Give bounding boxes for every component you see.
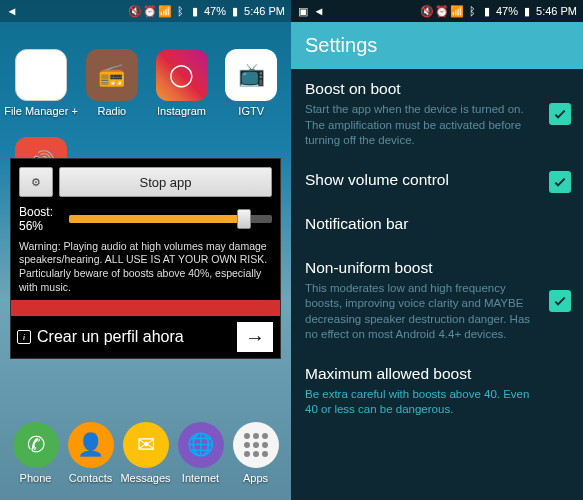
igtv-icon: 📺 [225, 49, 277, 101]
dock-label: Contacts [69, 472, 112, 484]
mute-icon: 🔇 [129, 5, 141, 17]
setting-subtitle: This moderates low and high frequency bo… [305, 281, 539, 343]
dock-label: Apps [243, 472, 268, 484]
messages-icon: ✉ [123, 422, 169, 468]
battery-icon: ▮ [521, 5, 533, 17]
setting-non-uniform-boost[interactable]: Non-uniform boost This moderates low and… [291, 248, 583, 354]
wifi-icon: 📶 [451, 5, 463, 17]
status-bar-left: ◄ 🔇 ⏰ 📶 ᛒ ▮ 47% ▮ 5:46 PM [0, 0, 291, 22]
dock-contacts[interactable]: 👤 Contacts [63, 414, 118, 492]
folder-icon: F [15, 49, 67, 101]
app-igtv[interactable]: 📺 IGTV [219, 40, 283, 125]
battery-text: 47% [204, 5, 226, 17]
ad-arrow-button[interactable]: → [236, 321, 274, 353]
mute-icon: 🔇 [421, 5, 433, 17]
apps-grid-icon [233, 422, 279, 468]
boost-label: Boost: 56% [19, 205, 63, 234]
battery-text: 47% [496, 5, 518, 17]
boost-slider[interactable] [69, 208, 272, 230]
status-time: 5:46 PM [244, 5, 285, 17]
app-file-manager[interactable]: F File Manager + [8, 40, 74, 125]
dock-apps[interactable]: Apps [228, 414, 283, 492]
setting-subtitle: Start the app when the device is turned … [305, 102, 539, 149]
gear-icon: ⚙ [31, 176, 41, 189]
setting-max-boost[interactable]: Maximum allowed boost Be extra careful w… [291, 354, 583, 429]
boost-dialog: ⚙ Stop app Boost: 56% Warning: Playing a… [10, 158, 281, 359]
home-screen: ◄ 🔇 ⏰ 📶 ᛒ ▮ 47% ▮ 5:46 PM F File Manager… [0, 0, 291, 500]
stop-app-button[interactable]: Stop app [59, 167, 272, 197]
app-label: File Manager + [4, 105, 78, 117]
check-icon [552, 293, 568, 309]
setting-title: Show volume control [305, 171, 539, 189]
dock-label: Internet [182, 472, 219, 484]
dock: ✆ Phone 👤 Contacts ✉ Messages 🌐 Internet… [0, 414, 291, 492]
dock-internet[interactable]: 🌐 Internet [173, 414, 228, 492]
dock-phone[interactable]: ✆ Phone [8, 414, 63, 492]
settings-button[interactable]: ⚙ [19, 167, 53, 197]
ad-info-icon[interactable]: i [17, 330, 31, 344]
checkbox-non-uniform[interactable] [549, 290, 571, 312]
arrow-right-icon: → [245, 326, 265, 349]
slider-thumb[interactable] [237, 209, 251, 229]
app-label: Radio [97, 105, 126, 117]
app-label: IGTV [238, 105, 264, 117]
setting-notification-bar[interactable]: Notification bar [291, 204, 583, 248]
status-bar-right: ▣ ◄ 🔇 ⏰ 📶 ᛒ ▮ 47% ▮ 5:46 PM [291, 0, 583, 22]
checkbox-boost-on-boot[interactable] [549, 103, 571, 125]
slider-fill [69, 215, 244, 223]
settings-header: Settings [291, 22, 583, 69]
wifi-icon: 📶 [159, 5, 171, 17]
app-instagram[interactable]: ◯ Instagram [150, 40, 214, 125]
dock-label: Messages [120, 472, 170, 484]
stop-label: Stop app [139, 175, 191, 190]
settings-screen: ▣ ◄ 🔇 ⏰ 📶 ᛒ ▮ 47% ▮ 5:46 PM Settings Boo… [291, 0, 583, 500]
setting-boost-on-boot[interactable]: Boost on boot Start the app when the dev… [291, 69, 583, 160]
app-label: Instagram [157, 105, 206, 117]
check-icon [552, 106, 568, 122]
radio-icon: 📻 [86, 49, 138, 101]
alarm-icon: ⏰ [436, 5, 448, 17]
signal-icon: ▮ [481, 5, 493, 17]
speaker-icon: ◄ [313, 5, 325, 17]
checkbox-show-volume[interactable] [549, 171, 571, 193]
speaker-icon: ◄ [6, 5, 18, 17]
ad-banner[interactable]: i Crear un perfil ahora → [11, 316, 280, 358]
check-icon [552, 174, 568, 190]
signal-icon: ▮ [189, 5, 201, 17]
app-indicator-icon: ▣ [297, 5, 309, 17]
dock-label: Phone [20, 472, 52, 484]
ad-text: Crear un perfil ahora [37, 328, 230, 346]
app-radio[interactable]: 📻 Radio [80, 40, 144, 125]
globe-icon: 🌐 [178, 422, 224, 468]
ad-separator [11, 300, 280, 316]
bluetooth-icon: ᛒ [466, 5, 478, 17]
phone-icon: ✆ [13, 422, 59, 468]
setting-subtitle: Be extra careful with boosts above 40. E… [305, 387, 539, 418]
status-time: 5:46 PM [536, 5, 577, 17]
setting-title: Notification bar [305, 215, 539, 233]
setting-title: Non-uniform boost [305, 259, 539, 277]
setting-show-volume-control[interactable]: Show volume control [291, 160, 583, 204]
home-row-1: F File Manager + 📻 Radio ◯ Instagram 📺 I… [0, 32, 291, 125]
setting-title: Boost on boot [305, 80, 539, 98]
dock-messages[interactable]: ✉ Messages [118, 414, 173, 492]
warning-text: Warning: Playing audio at high volumes m… [19, 240, 272, 295]
bluetooth-icon: ᛒ [174, 5, 186, 17]
setting-title: Maximum allowed boost [305, 365, 539, 383]
instagram-icon: ◯ [156, 49, 208, 101]
battery-icon: ▮ [229, 5, 241, 17]
alarm-icon: ⏰ [144, 5, 156, 17]
contacts-icon: 👤 [68, 422, 114, 468]
